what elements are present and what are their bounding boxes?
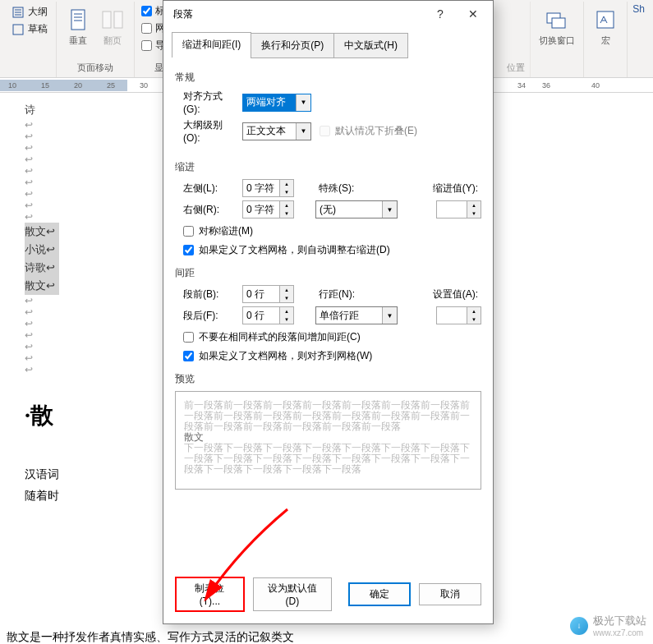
before-input[interactable] [243,286,279,302]
set-default-button[interactable]: 设为默认值(D) [253,577,332,611]
doc-heading: ·散 [25,400,59,431]
spin-down-icon[interactable]: ▼ [280,209,293,218]
set-value-spinner[interactable]: ▲▼ [436,306,481,324]
page-move-group: 垂直 翻页 页面移动 [57,2,135,77]
collapse-label: 默认情况下折叠(E) [335,124,417,138]
doc-line: 诗 [25,101,59,119]
doc-body-text: 散文是一种抒发作者真情实感、写作方式灵活的记叙类文 [7,627,294,644]
spin-up-icon[interactable]: ▲ [280,180,293,188]
macro-label: 宏 [601,34,610,47]
snap-grid-label: 如果定义了文档网格，则对齐到网格(W) [199,349,372,363]
preview-line: 前一段落前一段落前一段落前一段落前一段落前一段落前一段落前一段落前一段落前一段落… [184,400,472,432]
doc-body-text: 随着时 [25,485,59,507]
macro-button[interactable]: 宏 [589,3,622,50]
right-indent-spinner[interactable]: ▲▼ [242,200,294,218]
outline-view-button[interactable]: 大纲 [8,3,51,21]
after-input[interactable] [243,307,279,324]
preview-box: 前一段落前一段落前一段落前一段落前一段落前一段落前一段落前一段落前一段落前一段落… [175,391,481,490]
preview-line: 下一段落下一段落下一段落下一段落下一段落下一段落下一段落下一段落下一段落下一段落… [184,443,472,475]
draft-view-button[interactable]: 草稿 [8,21,51,38]
before-spinner[interactable]: ▲▼ [242,285,294,303]
ok-button[interactable]: 确定 [348,582,411,606]
macro-group: 宏 [584,2,628,77]
after-label: 段后(F): [175,309,237,323]
flip-page-button[interactable]: 翻页 [96,3,129,50]
spin-down-icon[interactable]: ▼ [467,315,481,324]
line-spacing-input[interactable] [316,307,382,324]
left-indent-spinner[interactable]: ▲▼ [242,179,294,197]
spin-down-icon[interactable]: ▼ [280,315,293,324]
chevron-down-icon[interactable]: ▼ [296,123,310,140]
special-input[interactable] [316,201,382,218]
svg-rect-9 [103,12,111,28]
help-button[interactable]: ? [424,2,457,26]
sym-indent-checkbox[interactable]: 对称缩进(M) [175,222,481,241]
spin-down-icon[interactable]: ▼ [280,294,293,302]
right-indent-input[interactable] [243,201,279,218]
doc-line-selected: 散文↩ [25,223,59,241]
left-indent-label: 左侧(L): [175,182,237,196]
after-spinner[interactable]: ▲▼ [242,306,294,324]
page-move-group-name: 页面移动 [77,60,113,76]
indent-value-input[interactable] [437,201,467,218]
doc-body: 诗 ↩ ↩ ↩ ↩ ↩ ↩ ↩ ↩ ↩ 散文↩ 小说↩ 诗歌↩ 散文↩ ↩ ↩ … [25,101,59,507]
line-spacing-combo[interactable]: ▼ [315,306,398,324]
ruler-mark: 30 [140,81,148,90]
para-mark: ↩ [25,341,59,352]
position-group-name: 位置 [507,60,525,76]
before-label: 段前(B): [175,288,237,301]
views-stack: 大纲 草稿 [8,3,51,38]
ruler-mark: 40 [591,81,600,90]
indent-value-label: 缩进值(Y): [430,182,481,196]
flip-label: 翻页 [103,34,122,47]
close-button[interactable]: ✕ [457,2,490,26]
tabs-button[interactable]: 制表位(T)... [175,577,245,612]
auto-adjust-checkbox[interactable]: 如果定义了文档网格，则自动调整右缩进(D) [175,241,481,260]
spin-up-icon[interactable]: ▲ [280,286,293,294]
spin-up-icon[interactable]: ▲ [467,201,481,209]
dialog-titlebar[interactable]: 段落 ? ✕ [163,1,493,27]
outline-input[interactable] [243,123,296,140]
spin-up-icon[interactable]: ▲ [280,201,293,209]
para-mark: ↩ [25,165,59,177]
para-mark: ↩ [25,131,59,142]
left-indent-input[interactable] [243,180,279,196]
chevron-down-icon[interactable]: ▼ [296,94,310,111]
outline-label: 大纲 [28,5,48,19]
outline-combo[interactable]: ▼ [242,122,311,140]
chevron-down-icon[interactable]: ▼ [382,307,397,324]
outline-label: 大纲级别(O): [175,118,237,144]
spin-up-icon[interactable]: ▲ [280,307,293,315]
chevron-down-icon[interactable]: ▼ [382,201,397,218]
svg-rect-10 [114,12,122,28]
tab-indent-spacing[interactable]: 缩进和间距(I) [172,32,251,58]
no-space-checkbox[interactable]: 不要在相同样式的段落间增加间距(C) [175,328,481,347]
align-combo[interactable]: ▼ [242,94,311,112]
dialog-body: 常规 对齐方式(G): ▼ 大纲级别(O): ▼ 默认情况下折叠(E) 缩进 左… [163,58,493,568]
section-indent: 缩进 [175,160,481,174]
spin-down-icon[interactable]: ▼ [467,209,481,218]
vertical-label: 垂直 [69,34,87,47]
para-mark: ↩ [25,364,59,375]
cancel-button[interactable]: 取消 [419,583,481,605]
tab-chinese[interactable]: 中文版式(H) [333,33,408,58]
share-group: Sh [628,2,650,77]
section-general: 常规 [175,71,481,85]
align-label: 对齐方式(G): [175,90,237,115]
tab-line-page[interactable]: 换行和分页(P) [251,33,334,58]
vertical-button[interactable]: 垂直 [62,3,94,50]
views-group: 大纲 草稿 [3,2,57,77]
spin-down-icon[interactable]: ▼ [280,188,293,196]
watermark: ↓ 极光下载站 www.xz7.com [570,614,646,637]
spin-up-icon[interactable]: ▲ [467,307,481,315]
switch-window-button[interactable]: 切换窗口 [536,3,578,50]
para-mark: ↩ [25,154,59,165]
align-input[interactable] [243,94,296,111]
set-value-input[interactable] [437,307,467,324]
svg-rect-12 [552,18,565,28]
right-indent-label: 右侧(R): [175,203,237,217]
special-combo[interactable]: ▼ [315,200,398,218]
indent-value-spinner[interactable]: ▲▼ [436,200,481,218]
snap-grid-checkbox[interactable]: 如果定义了文档网格，则对齐到网格(W) [175,347,481,366]
watermark-name: 极光下载站 [593,614,646,628]
